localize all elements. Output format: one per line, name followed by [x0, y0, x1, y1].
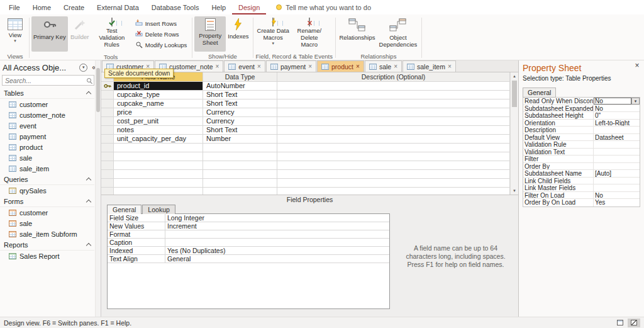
row-selector[interactable]: [101, 91, 114, 99]
indexes-button[interactable]: Indexes: [226, 16, 250, 52]
ps-value[interactable]: [594, 156, 640, 162]
property-value[interactable]: General: [165, 255, 389, 263]
data-type-cell[interactable]: [203, 144, 277, 152]
description-header[interactable]: Description (Optional): [277, 72, 510, 82]
scroll-down-arrow-icon[interactable]: [511, 187, 518, 195]
ps-value[interactable]: [Auto]: [594, 170, 640, 177]
close-tab-icon[interactable]: [308, 64, 312, 70]
data-type-cell[interactable]: Currency: [203, 117, 277, 126]
field-row-cupcake-type[interactable]: cupcake_type Short Text: [101, 91, 510, 99]
data-type-cell[interactable]: AutoNumber: [203, 82, 277, 91]
nav-item-table-sale-item[interactable]: sale_item: [0, 163, 94, 174]
row-selector[interactable]: [101, 170, 114, 179]
empty-field-row[interactable]: [101, 161, 510, 170]
ps-value[interactable]: [594, 163, 640, 170]
data-type-cell[interactable]: Short Text: [203, 126, 277, 135]
description-cell[interactable]: [277, 117, 510, 126]
design-view-button[interactable]: [628, 319, 640, 327]
description-cell[interactable]: [277, 161, 510, 170]
tab-general[interactable]: General: [107, 205, 142, 214]
description-cell[interactable]: [277, 170, 510, 179]
data-type-cell[interactable]: [203, 188, 277, 195]
property-value[interactable]: Increment: [165, 222, 389, 230]
row-selector[interactable]: [101, 152, 114, 161]
ps-row-default-view[interactable]: Default ViewDatasheet: [523, 134, 640, 142]
ps-value[interactable]: [594, 141, 640, 148]
field-name-cell[interactable]: [114, 170, 203, 179]
description-cell[interactable]: [277, 144, 510, 152]
doc-tab-event[interactable]: event: [224, 60, 265, 72]
field-name-cell[interactable]: unit_capacity_per_day: [114, 135, 203, 144]
data-type-cell[interactable]: [203, 161, 277, 170]
ps-row-order-by[interactable]: Order By: [523, 163, 640, 171]
field-row-cost-per-unit[interactable]: cost_per_unit Currency: [101, 117, 510, 126]
data-type-cell[interactable]: Short Text: [203, 91, 277, 99]
nav-item-table-payment[interactable]: payment: [0, 131, 94, 142]
property-row-format[interactable]: Format: [108, 230, 389, 239]
data-type-cell[interactable]: [203, 170, 277, 179]
field-name-cell[interactable]: cupcake_type: [114, 91, 203, 99]
scrollbar-thumb[interactable]: [512, 81, 517, 107]
close-tab-icon[interactable]: [257, 64, 261, 70]
description-cell[interactable]: [277, 152, 510, 161]
field-name-cell[interactable]: notes: [114, 126, 203, 135]
close-tab-icon[interactable]: [216, 64, 219, 70]
doc-tab-payment[interactable]: payment: [266, 60, 316, 72]
field-row-unit-capacity-per-day[interactable]: unit_capacity_per_day Number: [101, 135, 510, 144]
nav-section-tables[interactable]: Tables: [0, 88, 94, 99]
row-selector[interactable]: [101, 99, 114, 108]
description-cell[interactable]: [277, 126, 510, 135]
row-selector[interactable]: [101, 135, 114, 144]
nav-item-report-sales-report[interactable]: Sales Report: [0, 251, 94, 261]
nav-menu-dropdown-icon[interactable]: [79, 64, 87, 72]
menu-design[interactable]: Design: [232, 0, 266, 14]
tell-me-box[interactable]: Tell me what you want to do: [276, 4, 371, 11]
menu-database-tools[interactable]: Database Tools: [145, 0, 206, 14]
ps-row-link-child-fields[interactable]: Link Child Fields: [523, 178, 640, 185]
ps-row-link-master-fields[interactable]: Link Master Fields: [523, 184, 640, 192]
ps-value[interactable]: [594, 149, 640, 156]
ps-value[interactable]: [594, 184, 640, 191]
search-input[interactable]: [5, 77, 85, 84]
nav-item-table-event[interactable]: event: [0, 120, 94, 131]
ps-value[interactable]: No: [594, 192, 640, 199]
ps-value[interactable]: [594, 127, 640, 133]
description-cell[interactable]: [277, 188, 510, 195]
close-tab-icon[interactable]: [448, 64, 452, 70]
nav-search-box[interactable]: [2, 75, 94, 86]
ps-value[interactable]: No: [594, 98, 631, 105]
insert-rows-button[interactable]: Insert Rows: [133, 19, 189, 28]
nav-section-queries[interactable]: Queries: [0, 174, 94, 185]
nav-scrollbar-thumb[interactable]: [96, 68, 100, 112]
property-sheet-button[interactable]: Property Sheet: [194, 16, 226, 52]
description-cell[interactable]: [277, 91, 510, 99]
builder-button[interactable]: Builder: [68, 16, 92, 52]
doc-tab-sale[interactable]: sale: [365, 60, 402, 72]
datasheet-view-button[interactable]: [614, 319, 626, 327]
field-row-cupcake-name[interactable]: cupcake_name Short Text: [101, 99, 510, 108]
nav-item-query-qrysales[interactable]: qrySales: [0, 185, 94, 196]
empty-field-row[interactable]: [101, 144, 510, 152]
data-type-cell[interactable]: [203, 152, 277, 161]
data-type-cell[interactable]: Number: [203, 135, 277, 144]
row-selector[interactable]: [101, 161, 114, 170]
field-name-cell[interactable]: [114, 188, 203, 195]
description-cell[interactable]: [277, 99, 510, 108]
field-name-cell[interactable]: cost_per_unit: [114, 117, 203, 126]
description-cell[interactable]: [277, 135, 510, 144]
ps-row-subdatasheet-height[interactable]: Subdatasheet Height0": [523, 112, 640, 120]
scroll-up-arrow-icon[interactable]: [511, 72, 518, 80]
ps-value[interactable]: No: [594, 105, 640, 112]
ps-row-filter[interactable]: Filter: [523, 156, 640, 163]
row-selector-primary-key[interactable]: [101, 82, 114, 91]
empty-field-row[interactable]: [101, 188, 510, 195]
property-value[interactable]: Long Integer: [165, 214, 389, 222]
ps-value[interactable]: Datasheet: [594, 134, 640, 141]
nav-item-table-customer-note[interactable]: customer_note: [0, 110, 94, 120]
create-data-macros-button[interactable]: Create Data Macros: [255, 16, 291, 52]
ps-value[interactable]: Left-to-Right: [594, 120, 640, 127]
field-row-price[interactable]: price Currency: [101, 108, 510, 117]
tab-general[interactable]: General: [523, 88, 556, 98]
field-name-cell[interactable]: [114, 161, 203, 170]
empty-field-row[interactable]: [101, 170, 510, 179]
